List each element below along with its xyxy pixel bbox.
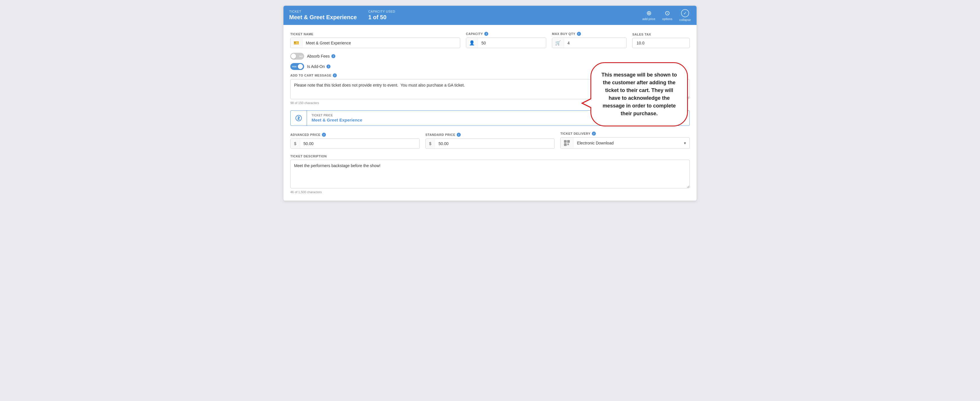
absorb-fees-thumb: [291, 54, 296, 59]
add-to-cart-info-icon[interactable]: i: [333, 73, 337, 78]
capacity-value-header: 1 of 50: [368, 13, 395, 21]
is-addon-state-label: YES: [292, 65, 297, 68]
capacity-input[interactable]: [478, 38, 546, 48]
svg-rect-10: [568, 144, 569, 145]
ticket-delivery-label: TICKET DELIVERY i: [560, 132, 690, 136]
standard-price-input-wrapper: $: [425, 138, 555, 149]
svg-rect-8: [568, 144, 569, 144]
standard-price-dollar-sign: $: [426, 139, 435, 149]
ticket-label: TICKET: [289, 10, 357, 13]
advanced-price-dollar-sign: $: [291, 139, 300, 149]
sales-tax-input[interactable]: [633, 38, 690, 48]
options-button[interactable]: ⊙ options: [662, 10, 672, 21]
svg-rect-9: [568, 144, 568, 145]
add-price-button[interactable]: ⊕ add price: [642, 10, 655, 21]
advanced-price-label: ADVANCED PRICE i: [290, 133, 420, 137]
card-body: TICKET NAME 🎫 CAPACITY i 👤 MAX BU: [283, 25, 697, 201]
ticket-name-label: TICKET NAME: [290, 32, 460, 36]
svg-rect-7: [568, 144, 568, 144]
ticket-delivery-info-icon[interactable]: i: [592, 132, 596, 136]
callout-bubble: This message will be shown to the custom…: [590, 62, 688, 127]
capacity-header-info: CAPACITY USED 1 of 50: [368, 10, 395, 21]
ticket-card: TICKET Meet & Greet Experience CAPACITY …: [283, 6, 697, 201]
standard-price-group: STANDARD PRICE i $: [425, 133, 555, 149]
is-addon-thumb: [298, 64, 303, 69]
standard-price-label: STANDARD PRICE i: [425, 133, 555, 137]
absorb-fees-state-label: NO: [299, 55, 303, 58]
advanced-price-group: ADVANCED PRICE i $: [290, 133, 420, 149]
header-actions: ⊕ add price ⊙ options ✓ collapse: [642, 9, 691, 22]
absorb-fees-row: NO Absorb Fees i: [290, 53, 690, 60]
sales-tax-group: SALES TAX %: [632, 33, 690, 48]
standard-price-info-icon[interactable]: i: [457, 133, 461, 137]
pricing-inputs-row: ADVANCED PRICE i $ STANDARD PRICE i $: [290, 132, 690, 149]
qr-code-icon: [561, 138, 573, 149]
ticket-delivery-select[interactable]: Electronic Download Will Call Mail: [573, 138, 681, 148]
collapse-button[interactable]: ✓ collapse: [679, 9, 691, 22]
ticket-description-label: TICKET DESCRIPTION: [290, 154, 690, 158]
card-header: TICKET Meet & Greet Experience CAPACITY …: [283, 6, 697, 25]
capacity-input-wrapper: 👤: [466, 38, 546, 48]
ticket-name-input-wrapper: 🎫: [290, 38, 460, 48]
advanced-price-input-wrapper: $: [290, 138, 420, 149]
options-icon: ⊙: [665, 10, 670, 16]
absorb-fees-info-icon[interactable]: i: [331, 54, 336, 58]
ticket-name-header: Meet & Greet Experience: [289, 13, 357, 21]
ticket-name-group: TICKET NAME 🎫: [290, 32, 460, 48]
is-addon-info-icon[interactable]: i: [326, 65, 331, 68]
options-label: options: [662, 17, 672, 21]
sales-tax-label: SALES TAX: [632, 33, 690, 36]
ticket-name-input[interactable]: [302, 38, 460, 48]
max-buy-input[interactable]: [564, 38, 626, 48]
header-left: TICKET Meet & Greet Experience CAPACITY …: [289, 10, 395, 21]
svg-rect-2: [565, 141, 566, 142]
collapse-icon: ✓: [681, 9, 689, 17]
row-ticket-info: TICKET NAME 🎫 CAPACITY i 👤 MAX BU: [290, 32, 690, 48]
delivery-chevron-icon: ▾: [681, 138, 689, 148]
svg-rect-4: [568, 141, 569, 142]
ticket-description-section: TICKET DESCRIPTION Meet the performers b…: [290, 154, 690, 194]
advanced-price-info-icon[interactable]: i: [322, 133, 326, 137]
sales-tax-input-wrapper: %: [632, 38, 690, 48]
advanced-price-input[interactable]: [300, 139, 419, 149]
is-addon-toggle[interactable]: YES: [290, 63, 304, 70]
max-buy-input-wrapper: 🛒: [552, 38, 627, 48]
svg-rect-6: [565, 144, 566, 145]
is-addon-track[interactable]: YES: [290, 63, 304, 70]
capacity-label-header: CAPACITY USED: [368, 10, 395, 13]
ticket-header-info: TICKET Meet & Greet Experience: [289, 10, 357, 21]
add-price-label: add price: [642, 17, 655, 21]
absorb-fees-track[interactable]: NO: [290, 53, 304, 60]
capacity-label: CAPACITY i: [466, 32, 546, 36]
person-icon: 👤: [466, 38, 478, 48]
max-buy-qty-group: MAX BUY QTY i 🛒: [552, 32, 627, 48]
cart-icon: 🛒: [552, 38, 564, 48]
callout-text: This message will be shown to the custom…: [601, 72, 677, 116]
max-buy-info-icon[interactable]: i: [577, 32, 581, 36]
ticket-delivery-wrapper: Electronic Download Will Call Mail ▾: [560, 137, 690, 149]
ticket-description-char-count: 46 of 1,500 characters: [290, 190, 690, 194]
absorb-fees-label: Absorb Fees i: [307, 54, 336, 59]
capacity-info-icon[interactable]: i: [484, 32, 488, 36]
ticket-icon: 🎫: [291, 38, 302, 48]
absorb-fees-toggle[interactable]: NO: [290, 53, 304, 60]
capacity-group: CAPACITY i 👤: [466, 32, 546, 48]
collapse-label: collapse: [679, 18, 691, 22]
ticket-description-textarea[interactable]: Meet the performers backstage before the…: [290, 160, 690, 188]
standard-price-input[interactable]: [435, 139, 554, 149]
is-addon-label: Is Add-On i: [307, 64, 331, 69]
ticket-delivery-group: TICKET DELIVERY i: [560, 132, 690, 149]
max-buy-qty-label: MAX BUY QTY i: [552, 32, 627, 36]
price-dollar-icon: [291, 111, 307, 125]
add-price-icon: ⊕: [646, 10, 652, 16]
